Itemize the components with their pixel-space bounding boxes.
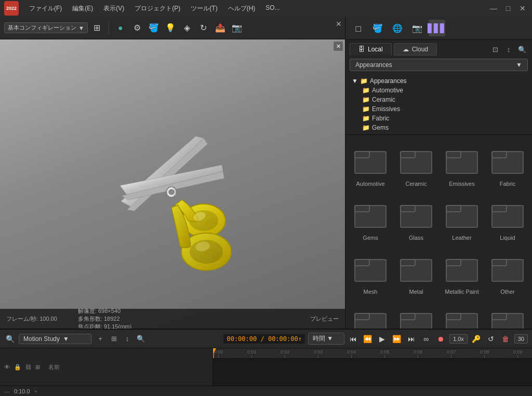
motion-search-icon[interactable]: 🔍 (4, 333, 16, 345)
grid-item-leather[interactable]: Leather (441, 193, 483, 243)
playback-loop-button[interactable]: ∞ (420, 333, 432, 345)
config-dropdown[interactable]: 基本コンフィギレーション ▼ (4, 22, 88, 33)
motion-add-button[interactable]: + (95, 333, 106, 345)
menu-help[interactable]: ヘルプ(H) (224, 3, 260, 14)
grid-item-fabric[interactable]: Fabric (487, 139, 528, 189)
toolbar-cube-icon[interactable]: ◈ (180, 21, 194, 35)
tab-search-icon[interactable]: 🔍 (516, 44, 528, 55)
playback-key-button[interactable]: 🔑 (471, 333, 482, 345)
local-icon: 🗄 (358, 46, 365, 53)
grid-item-emissives[interactable]: Emissives (441, 139, 483, 189)
menu-so[interactable]: SO... (261, 3, 284, 14)
grid-item-metal[interactable]: Metal (395, 247, 437, 297)
panel-materials-icon[interactable]: 🪣 (369, 20, 386, 36)
toolbar-sphere-icon[interactable]: ● (113, 21, 128, 35)
menu-file[interactable]: ファイル(F) (25, 3, 66, 14)
toolbar-import-icon[interactable]: 📤 (213, 21, 228, 35)
grid-item-glass[interactable]: Glass (395, 193, 437, 243)
motion-grid-icon[interactable]: ⊞ (108, 333, 119, 345)
tick-9: 0:09 (513, 349, 523, 358)
playback-forward-button[interactable]: ⏩ (391, 333, 403, 345)
menu-tools[interactable]: ツール(T) (187, 3, 221, 14)
svg-rect-13 (355, 152, 369, 158)
grid-row-1: Automotive Ceramic (350, 139, 528, 189)
grid-item-r4-2[interactable] (395, 301, 437, 329)
svg-rect-23 (401, 206, 415, 212)
tree-item-fabric[interactable]: 📁 Fabric (350, 114, 528, 123)
grid-item-r4-4[interactable] (487, 301, 528, 329)
lock-icon[interactable]: 🔒 (14, 364, 21, 371)
toolbar-bulb-icon[interactable]: 💡 (163, 21, 178, 35)
grid-item-other[interactable]: Other (487, 247, 528, 297)
grid-item-r4-3[interactable] (441, 301, 483, 329)
menu-edit[interactable]: 編集(E) (68, 3, 97, 14)
playback-to-end-button[interactable]: ⏭ (406, 333, 417, 345)
grid-item-gems[interactable]: Gems (350, 193, 391, 243)
playback-rewind-button[interactable]: ⏪ (362, 333, 374, 345)
grid-item-r4-1[interactable] (350, 301, 391, 329)
speed-display[interactable]: 1.0x (449, 334, 468, 344)
tree-item-ceramic[interactable]: 📁 Ceramic (350, 95, 528, 104)
viewport: ✕ (0, 39, 345, 329)
tab-sort-icon[interactable]: ↕ (503, 44, 514, 55)
grid-item-liquid[interactable]: Liquid (487, 193, 528, 243)
zoom-plus-button[interactable]: + (34, 388, 37, 394)
link-icon[interactable]: ⛓ (25, 364, 31, 370)
tree-root[interactable]: ▼ 📁 Appearances (350, 76, 528, 86)
motion-actions: + ⊞ ↕ 🔍 (95, 333, 147, 345)
playback-record-button[interactable]: ⏺ (435, 333, 446, 345)
appearances-dropdown[interactable]: Appearances ▼ (350, 59, 528, 71)
menu-project[interactable]: プロジェクト(P) (130, 3, 184, 14)
tab-local-label: Local (368, 46, 383, 53)
toolbar-grid-icon[interactable]: ⊞ (90, 21, 104, 35)
panel-scene-icon[interactable]: 🌐 (389, 20, 406, 36)
tree-item-emissives[interactable]: 📁 Emissives (350, 104, 528, 114)
panel-chart-icon[interactable]: ▋▋▋ (429, 20, 445, 36)
toolbar-camera-icon[interactable]: 📷 (230, 21, 244, 35)
tree-folder-icon: 📁 (362, 105, 370, 113)
thumb-automotive (352, 141, 389, 179)
tab-columns-icon[interactable]: ⊡ (489, 44, 501, 55)
group-icon[interactable]: ⊞ (35, 364, 40, 371)
viewport-close-button[interactable]: ✕ (334, 42, 343, 51)
grid-item-mesh[interactable]: Mesh (350, 247, 391, 297)
playback-undo-icon[interactable]: ↺ (485, 333, 497, 345)
maximize-button[interactable]: □ (503, 3, 513, 13)
tick-1: 0:01 (247, 349, 257, 358)
tab-cloud[interactable]: ☁ Cloud (394, 43, 437, 56)
thumb-r4-3 (443, 303, 481, 329)
thumb-emissives (443, 141, 481, 179)
grid-item-automotive[interactable]: Automotive (350, 139, 391, 189)
tab-local[interactable]: 🗄 Local (350, 43, 392, 56)
timeline-track[interactable]: 0:00 0:01 0:02 0:03 0:04 0:05 0:06 0:07 … (213, 348, 532, 386)
timeline-labels: 👁 🔒 ⛓ ⊞ 名前 (0, 348, 213, 386)
timeline-name-label: 名前 (48, 363, 60, 371)
zoom-minus-button[interactable]: — (4, 388, 10, 394)
time-mode-dropdown[interactable]: 時間 ▼ (308, 333, 344, 345)
playback-delete-icon[interactable]: 🗑 (500, 333, 511, 345)
panel-3d-icon[interactable]: ◻ (350, 20, 366, 36)
toolbar-refresh-icon[interactable]: ↻ (196, 21, 211, 35)
config-chevron-icon: ▼ (78, 25, 84, 31)
toolbar-close-button[interactable]: ✕ (336, 20, 342, 28)
panel-camera-icon[interactable]: 📷 (409, 20, 425, 36)
motion-filter-icon[interactable]: 🔍 (135, 333, 147, 345)
playback-to-start-button[interactable]: ⏮ (348, 333, 359, 345)
tree-item-gems[interactable]: 📁 Gems (350, 123, 528, 132)
grid-label-metallic-paint: Metallic Paint (445, 289, 478, 295)
grid-item-metallic-paint[interactable]: Metallic Paint (441, 247, 483, 297)
toolbar-bucket-icon[interactable]: 🪣 (147, 21, 161, 35)
eye-icon[interactable]: 👁 (4, 364, 10, 370)
menu-view[interactable]: 表示(V) (99, 3, 128, 14)
close-button[interactable]: ✕ (517, 3, 528, 13)
toolbar-gear-icon[interactable]: ⚙ (130, 21, 144, 35)
tree-folder-icon: 📁 (360, 77, 368, 85)
tree-item-automotive[interactable]: 📁 Automotive (350, 86, 528, 95)
motion-study-dropdown[interactable]: Motion Study ▼ (19, 334, 91, 344)
minimize-button[interactable]: — (488, 3, 499, 13)
motion-sort-icon[interactable]: ↕ (122, 333, 133, 345)
timeline-playhead[interactable] (213, 348, 214, 358)
playback-play-button[interactable]: ▶ (377, 333, 388, 345)
thumb-r4-2 (397, 303, 435, 329)
grid-item-ceramic[interactable]: Ceramic (395, 139, 437, 189)
